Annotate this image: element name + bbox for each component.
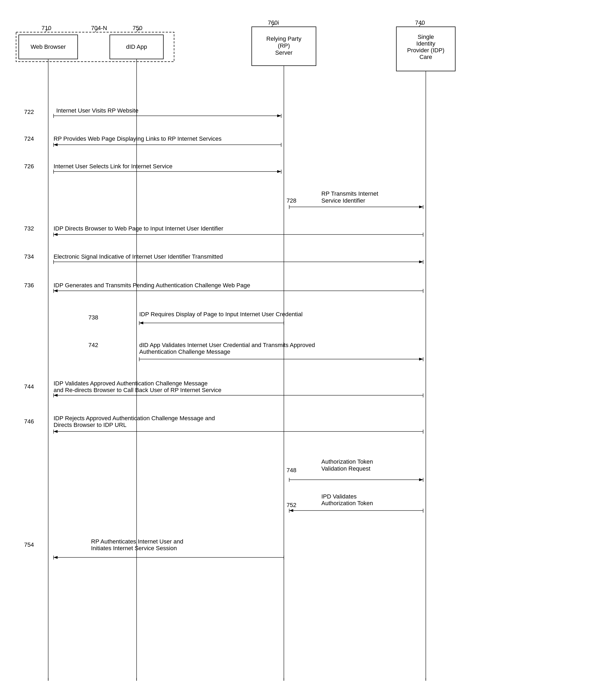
msg-num-736: 736 (24, 282, 34, 289)
ref-760i: 760i (268, 19, 279, 26)
msg-num-746: 746 (24, 418, 34, 425)
msg-label-746-line2: Directs Browser to IDP URL (54, 422, 126, 428)
sequence-diagram: 710 704-N 750 760i 740 Web Browser dID A… (0, 0, 602, 700)
msg-num-738: 738 (88, 314, 98, 321)
msg-label-742-line1: dID App Validates Internet User Credenti… (139, 342, 315, 348)
ref-704n: 704-N (91, 25, 107, 31)
msg-label-724: RP Provides Web Page Displaying Links to… (54, 135, 221, 142)
msg-label-744-line1: IDP Validates Approved Authentication Ch… (54, 380, 208, 387)
msg-label-748-line2: Validation Request (321, 465, 370, 472)
msg-num-722: 722 (24, 108, 34, 115)
msg-label-728-line1: RP Transmits Internet (321, 190, 378, 197)
entity-rp-server-line1: Relying Party (266, 35, 302, 42)
entity-idp-line3: Provider (IDP) (407, 47, 444, 54)
msg-label-742-line2: Authentication Challenge Message (139, 348, 230, 355)
msg-num-728: 728 (287, 197, 296, 204)
msg-num-748: 748 (287, 467, 296, 474)
entity-web-browser: Web Browser (30, 44, 66, 50)
msg-num-754: 754 (24, 541, 34, 548)
msg-num-744: 744 (24, 383, 34, 390)
msg-label-734: Electronic Signal Indicative of Internet… (54, 253, 223, 260)
entity-rp-server-line3: Server (275, 49, 293, 56)
msg-num-724: 724 (24, 135, 34, 142)
msg-label-736: IDP Generates and Transmits Pending Auth… (54, 282, 250, 289)
msg-label-744-line2: and Re-directs Browser to Call Back User… (54, 387, 221, 394)
msg-num-734: 734 (24, 253, 34, 260)
msg-num-742: 742 (88, 342, 98, 348)
msg-num-726: 726 (24, 163, 34, 170)
msg-label-746-line1: IDP Rejects Approved Authentication Chal… (54, 415, 215, 422)
entity-did-app: dID App (126, 44, 147, 50)
entity-idp-line4: Care (419, 54, 432, 60)
msg-label-754-line1: RP Authenticates Internet User and (91, 538, 183, 545)
entity-idp-line1: Single (418, 33, 434, 40)
msg-num-752: 752 (287, 502, 296, 508)
msg-label-732: IDP Directs Browser to Web Page to Input… (54, 225, 223, 232)
msg-label-754-line2: Initiates Internet Service Session (91, 545, 177, 552)
msg-label-748-line1: Authorization Token (321, 458, 373, 465)
msg-label-722: Internet User Visits RP Website (56, 107, 138, 114)
entity-idp-line2: Identity (416, 40, 436, 47)
entity-rp-server-line2: (RP) (278, 42, 290, 49)
msg-num-732: 732 (24, 225, 34, 232)
msg-label-752-line2: Authorization Token (321, 500, 373, 506)
msg-label-752-line1: IPD Validates (321, 493, 357, 500)
msg-label-728-line2: Service Identifier (321, 197, 365, 204)
msg-label-726: Internet User Selects Link for Internet … (54, 163, 173, 170)
msg-label-738: IDP Requires Display of Page to Input In… (139, 311, 303, 318)
diagram-container: 710 704-N 750 760i 740 Web Browser dID A… (0, 0, 602, 700)
